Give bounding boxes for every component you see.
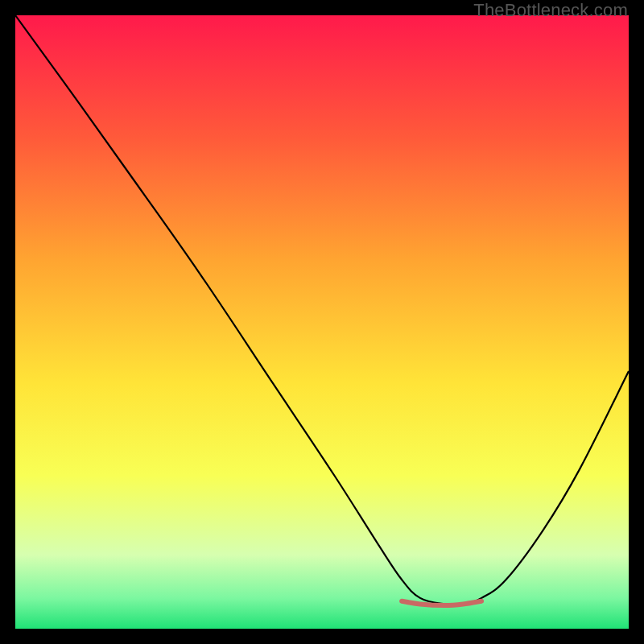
chart-frame [15, 15, 629, 629]
chart-background [15, 15, 629, 629]
watermark-text: TheBottleneck.com [473, 0, 628, 21]
bottleneck-chart [15, 15, 629, 629]
